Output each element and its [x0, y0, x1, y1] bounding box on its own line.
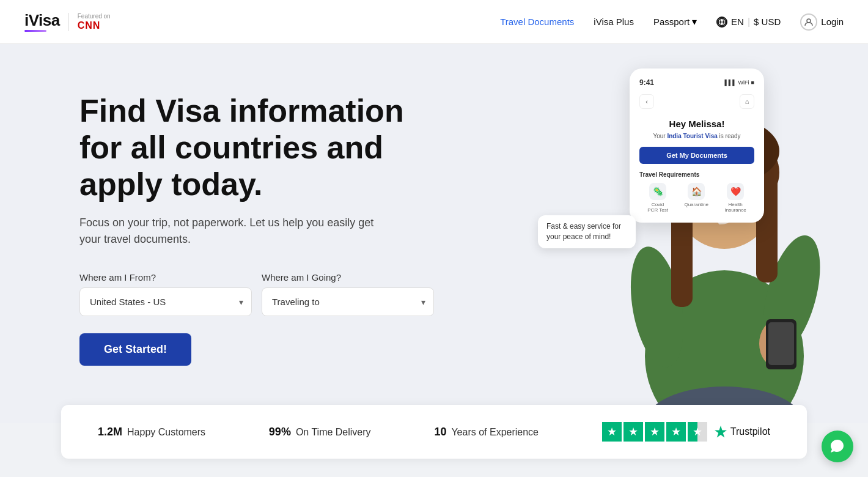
nav-travel-documents[interactable]: Travel Documents [500, 17, 574, 27]
health-label: HealthInsurance [725, 202, 746, 213]
hero-subtitle: Focus on your trip, not paperwork. Let u… [79, 215, 397, 248]
trustpilot-label: Trustpilot [730, 426, 770, 437]
lang-currency-selector[interactable]: EN | $ USD [716, 17, 781, 28]
login-label: Login [821, 17, 844, 27]
header-nav: Travel Documents iVisa Plus Passport ▾ E… [500, 13, 844, 31]
currency-label: $ USD [754, 17, 781, 27]
trustpilot-star-icon [715, 426, 727, 438]
stat-delivery-value: 99% On Time Delivery [269, 426, 371, 438]
nav-ivisa-plus[interactable]: iVisa Plus [594, 17, 634, 27]
chat-button[interactable] [822, 431, 853, 462]
cnn-logo: CNN [78, 20, 101, 31]
hero-right: Fast & easy service for your peace of mi… [513, 44, 868, 423]
hero-content: Find Visa information for all countries … [0, 44, 458, 423]
phone-subtext: Your India Tourist Visa is ready [639, 133, 754, 139]
header: iVisa Featured on CNN Travel Documents i… [0, 0, 868, 44]
phone-section-title: Travel Requirements [639, 171, 754, 178]
phone-nav: ‹ ⌂ [639, 94, 754, 109]
phone-top-bar: 9:41 ▌▌▌ WiFi ■ [639, 78, 754, 87]
stat-delivery: 99% On Time Delivery [269, 426, 371, 438]
nav-passport-label: Passport [653, 17, 690, 27]
from-select-wrapper: United States - US United Kingdom - UK C… [79, 287, 252, 316]
going-select[interactable]: Traveling to India United Kingdom France… [262, 287, 434, 316]
battery-icon: ■ [751, 80, 754, 86]
user-icon [800, 13, 817, 31]
logo-underline [24, 30, 46, 32]
going-label: Where am I Going? [262, 272, 434, 283]
quarantine-label: Quarantine [684, 202, 708, 207]
featured-on: Featured on CNN [68, 13, 111, 31]
trustpilot-area: ★ ★ ★ ★ ★ Trustpilot [602, 422, 770, 442]
speech-bubble: Fast & easy service for your peace of mi… [538, 215, 636, 248]
phone-quarantine-item: 🏠 Quarantine [684, 183, 708, 213]
stars-row: ★ ★ ★ ★ ★ [602, 422, 707, 442]
star-2: ★ [623, 422, 643, 442]
get-started-button[interactable]: Get Started! [79, 333, 191, 366]
going-form-group: Where am I Going? Traveling to India Uni… [262, 272, 434, 316]
nav-passport[interactable]: Passport ▾ [653, 16, 697, 28]
phone-time: 9:41 [639, 78, 654, 87]
featured-label: Featured on [78, 13, 111, 20]
star-5-half: ★ [688, 422, 707, 442]
health-icon: ❤️ [727, 183, 744, 200]
stat-experience: 10 Years of Experience [434, 426, 539, 438]
phone-health-item: ❤️ HealthInsurance [725, 183, 746, 213]
phone-back-icon: ‹ [639, 94, 654, 109]
chat-icon [829, 438, 845, 454]
from-select[interactable]: United States - US United Kingdom - UK C… [79, 287, 252, 316]
stat-customers-value: 1.2M Happy Customers [98, 426, 205, 438]
hero-title: Find Visa information for all countries … [79, 93, 434, 202]
covid-icon: 🦠 [649, 183, 666, 200]
quarantine-icon: 🏠 [688, 183, 705, 200]
star-1: ★ [602, 422, 622, 442]
logo-text: iVisa [24, 12, 60, 28]
phone-visa-type: India Tourist Visa [667, 133, 717, 139]
logo[interactable]: iVisa [24, 12, 60, 32]
star-3: ★ [645, 422, 664, 442]
svg-rect-23 [768, 322, 794, 365]
hero-section: Find Visa information for all countries … [0, 44, 868, 423]
nav-divider: | [748, 17, 750, 28]
footer-section: Trustpilot recommended. We lead the indu… [0, 459, 868, 477]
trustpilot-brand: Trustpilot [715, 426, 770, 438]
going-select-wrapper: Traveling to India United Kingdom France… [262, 287, 434, 316]
star-4: ★ [666, 422, 686, 442]
header-left: iVisa Featured on CNN [24, 12, 111, 32]
phone-greeting: Hey Melissa! [639, 119, 754, 129]
phone-get-docs-button[interactable]: Get My Documents [639, 147, 754, 164]
stats-bar: 1.2M Happy Customers 99% On Time Deliver… [61, 405, 807, 459]
svg-point-3 [807, 19, 811, 23]
globe-icon [716, 17, 727, 28]
stat-customers: 1.2M Happy Customers [98, 426, 205, 438]
from-label: Where am I From? [79, 272, 252, 283]
covid-label: CovidPCR Test [647, 202, 668, 213]
passport-chevron-icon: ▾ [692, 16, 697, 28]
stat-experience-value: 10 Years of Experience [434, 426, 539, 438]
phone-icons-row: 🦠 CovidPCR Test 🏠 Quarantine ❤️ HealthIn… [639, 183, 754, 213]
search-form: Where am I From? United States - US Unit… [79, 272, 434, 316]
phone-status-icons: ▌▌▌ WiFi ■ [724, 80, 754, 86]
phone-home-icon: ⌂ [740, 94, 754, 109]
phone-mockup: 9:41 ▌▌▌ WiFi ■ ‹ ⌂ Hey Melissa! Your In… [630, 68, 764, 223]
from-form-group: Where am I From? United States - US Unit… [79, 272, 252, 316]
login-button[interactable]: Login [800, 13, 844, 31]
signal-icon: ▌▌▌ [724, 80, 736, 86]
language-label: EN [731, 17, 744, 27]
wifi-icon: WiFi [738, 80, 749, 86]
phone-covid-item: 🦠 CovidPCR Test [647, 183, 668, 213]
